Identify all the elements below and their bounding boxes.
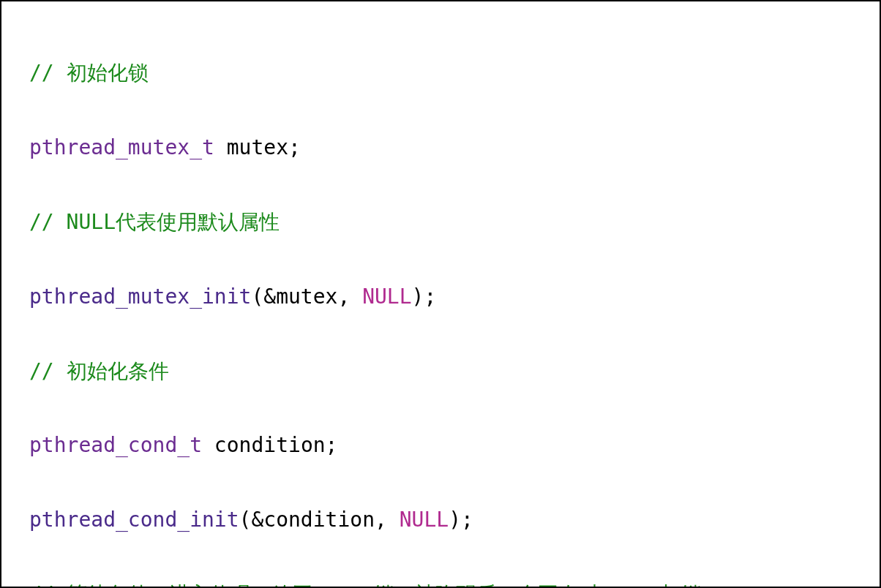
function-call: pthread_cond_init — [29, 508, 239, 532]
code-block: // 初始化锁 pthread_mutex_t mutex; // NULL代表… — [29, 18, 852, 588]
code-line: // NULL代表使用默认属性 — [29, 204, 852, 241]
function-call: pthread_mutex_init — [29, 284, 251, 309]
code-line: // 等待条件（进入休眠，放开mutex锁；被唤醒后，会再次对mutex加锁） — [29, 576, 852, 588]
punct: (&condition, — [239, 508, 400, 532]
punct: (&mutex, — [251, 284, 362, 309]
code-line: // 初始化锁 — [29, 55, 852, 92]
code-line: pthread_mutex_init(&mutex, NULL); — [29, 279, 852, 316]
identifier: mutex; — [214, 135, 301, 159]
identifier: condition; — [202, 433, 337, 457]
type-name: pthread_cond_t — [29, 433, 202, 457]
code-line: pthread_mutex_t mutex; — [29, 129, 852, 167]
type-name: pthread_mutex_t — [29, 135, 214, 159]
comment: // 初始化条件 — [29, 359, 169, 383]
punct: ); — [449, 508, 473, 532]
null-keyword: NULL — [362, 284, 411, 309]
code-line: pthread_cond_init(&condition, NULL); — [29, 502, 852, 539]
comment: // NULL代表使用默认属性 — [29, 210, 280, 234]
code-line: // 初始化条件 — [29, 353, 852, 391]
null-keyword: NULL — [400, 508, 449, 532]
punct: ); — [412, 284, 437, 309]
comment: // 等待条件（进入休眠，放开mutex锁；被唤醒后，会再次对mutex加锁） — [29, 582, 722, 588]
code-line: pthread_cond_t condition; — [29, 427, 852, 464]
comment: // 初始化锁 — [29, 61, 149, 85]
